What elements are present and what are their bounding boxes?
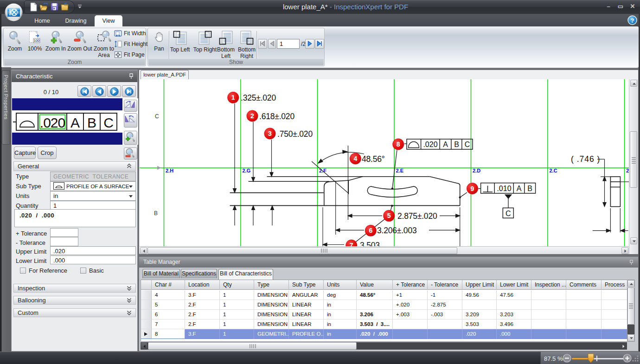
svg-text:8: 8 bbox=[397, 140, 400, 148]
svg-text:7: 7 bbox=[350, 242, 353, 246]
svg-text:9: 9 bbox=[471, 185, 474, 192]
svg-text:C: C bbox=[465, 140, 470, 148]
svg-text:2.875±.020: 2.875±.020 bbox=[397, 211, 437, 221]
svg-text:2.C: 2.C bbox=[550, 168, 557, 173]
svg-text:.618±.020: .618±.020 bbox=[259, 112, 294, 121]
svg-text:A: A bbox=[443, 140, 448, 148]
svg-text:5: 5 bbox=[387, 212, 391, 219]
svg-text:.020: .020 bbox=[423, 140, 437, 148]
svg-text:6: 6 bbox=[369, 227, 372, 234]
svg-text:4: 4 bbox=[353, 155, 357, 162]
svg-text:.020: .020 bbox=[40, 115, 65, 130]
svg-text:B: B bbox=[454, 140, 459, 148]
svg-text:.010: .010 bbox=[497, 185, 511, 192]
svg-text:( .746 ): ( .746 ) bbox=[571, 154, 600, 164]
svg-text:B: B bbox=[527, 185, 532, 192]
svg-text:B: B bbox=[154, 210, 158, 217]
svg-text:C: C bbox=[155, 113, 159, 120]
svg-text:C: C bbox=[506, 210, 511, 217]
svg-text:.750±.020: .750±.020 bbox=[277, 129, 313, 139]
svg-text:2.D: 2.D bbox=[473, 168, 480, 173]
svg-text:?: ? bbox=[631, 17, 634, 24]
svg-text:3: 3 bbox=[268, 130, 272, 137]
svg-text:3.206±.003: 3.206±.003 bbox=[377, 226, 416, 235]
svg-text:100: 100 bbox=[34, 38, 40, 43]
svg-text:3.503: 3.503 bbox=[360, 241, 380, 246]
svg-text:2: 2 bbox=[250, 112, 254, 120]
svg-text:2.E: 2.E bbox=[396, 168, 404, 173]
svg-text:.325±.020: .325±.020 bbox=[241, 93, 276, 102]
svg-text:1: 1 bbox=[231, 94, 235, 101]
svg-text:C: C bbox=[103, 115, 114, 130]
svg-text:2.H: 2.H bbox=[166, 168, 173, 173]
svg-text:48.56°: 48.56° bbox=[362, 154, 385, 164]
svg-text:A: A bbox=[70, 115, 80, 130]
svg-text:2.G: 2.G bbox=[243, 168, 251, 173]
svg-text:B: B bbox=[87, 115, 96, 130]
svg-text:A: A bbox=[517, 185, 522, 192]
